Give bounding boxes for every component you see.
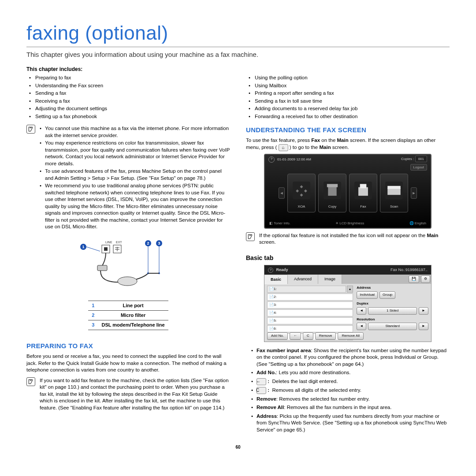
language[interactable]: 🌐 English	[409, 221, 426, 226]
removeall-button[interactable]: Remove All	[338, 332, 363, 340]
includes-list-left: Preparing to fax Understanding the Fax s…	[26, 74, 230, 120]
list-item: You may experience restrictions on color…	[40, 139, 230, 167]
section-preparing: PREPARING TO FAX	[26, 342, 230, 350]
list-item: Printing a report after sending a fax	[246, 89, 450, 97]
save-icon[interactable]: 💾	[409, 275, 419, 283]
fax-row[interactable]: 📄 1:	[267, 286, 346, 293]
includes-list-right: Using the polling option Using Mailbox P…	[246, 74, 450, 120]
svg-rect-6	[97, 265, 107, 271]
list-item: Adding documents to a reserved delay fax…	[246, 105, 450, 113]
svg-text:3: 3	[158, 241, 160, 245]
menu-card-xoa[interactable]: XOA	[287, 174, 316, 212]
duplex-value: 1 Sided	[368, 307, 417, 315]
backspace-button[interactable]: ←	[290, 332, 301, 340]
svg-rect-21	[387, 188, 400, 195]
chapter-intro: This chapter gives you information about…	[26, 51, 450, 58]
list-item: Understanding the Fax screen	[26, 82, 230, 90]
next-arrow-icon[interactable]: ►	[411, 187, 417, 199]
preparing-body: Before you send or receive a fax, you ne…	[26, 353, 230, 374]
duplex-next[interactable]: ►	[419, 307, 428, 315]
note-body: If you want to add fax feature to the ma…	[40, 377, 230, 412]
includes-label: This chapter includes:	[26, 66, 450, 72]
remove-button[interactable]: Remove	[315, 332, 336, 340]
diagram-ext-label: EXT	[116, 241, 122, 244]
list-item: Forwarding a received fax to other desti…	[246, 113, 450, 121]
tab-basic[interactable]: Basic	[264, 275, 288, 284]
wiring-diagram: 1 LINE EXT 2	[26, 236, 230, 336]
res-prev[interactable]: ◄	[357, 323, 366, 330]
svg-line-2	[86, 247, 100, 251]
list-item: Preparing to fax	[26, 74, 230, 82]
diagram-legend: 1Line port 2Micro filter 3DSL modem/Tele…	[88, 301, 168, 330]
svg-rect-22	[387, 186, 400, 189]
fax-row[interactable]: 📄 4:	[267, 309, 353, 316]
list-item: Setting up a fax phonebook	[26, 113, 230, 121]
understanding-lead: To use the fax feature, press Fax on the…	[246, 137, 450, 151]
prev-arrow-icon[interactable]: ◄	[279, 187, 285, 199]
note-icon	[26, 377, 35, 386]
list-item: Adjusting the document settings	[26, 105, 230, 113]
scroll-up-icon[interactable]: ▴	[347, 286, 353, 293]
addno-button[interactable]: Add No.	[267, 332, 288, 340]
diagram-line-label: LINE	[105, 241, 112, 244]
fax-row[interactable]: 📄 6:	[267, 325, 353, 332]
group-button[interactable]: Group	[379, 291, 395, 299]
chapter-title: faxing (optional)	[26, 22, 450, 47]
clear-button[interactable]: C	[303, 332, 313, 340]
basic-tab-desc-list: Fax number input area: Shows the recipie…	[246, 346, 450, 435]
note-body: If the optional fax feature is not insta…	[259, 232, 450, 246]
menu-card-scan[interactable]: Scan	[380, 174, 408, 212]
individual-button[interactable]: Individual	[357, 291, 378, 299]
logout-button[interactable]: Logout	[410, 164, 427, 171]
svg-text:2: 2	[147, 241, 149, 245]
res-value: Standard	[368, 323, 417, 330]
list-item: You cannot use this machine as a fax via…	[40, 125, 230, 139]
clear-icon: C	[257, 387, 266, 394]
list-item: We recommend you to use traditional anal…	[40, 182, 230, 231]
subsection-basic-tab: Basic tab	[246, 254, 450, 262]
list-item: Receiving a fax	[26, 97, 230, 105]
fax-row[interactable]: 📄 3:	[267, 301, 353, 309]
list-item: Using Mailbox	[246, 82, 450, 90]
backspace-icon: ←	[257, 378, 266, 385]
menu-card-copy[interactable]: Copy	[318, 174, 346, 212]
main-screen-mock: ?01-01-2009 12:00 AM Copies : 001 Logout…	[264, 154, 431, 229]
home-icon: ⌂	[279, 144, 288, 151]
fax-row[interactable]: 📄 5:	[267, 317, 353, 324]
fax-basic-screen-mock: ? Ready Fax No.:919986197.. Basic Advanc…	[264, 265, 431, 342]
svg-rect-19	[358, 187, 368, 196]
list-item: Using the polling option	[246, 74, 450, 82]
svg-rect-17	[328, 186, 336, 196]
lcd-brightness[interactable]: ☀ LCD Brightness	[335, 221, 364, 226]
note-icon	[246, 232, 255, 241]
svg-rect-4	[104, 247, 108, 251]
section-understanding: UNDERSTANDING THE FAX SCREEN	[246, 126, 450, 134]
settings-icon[interactable]: ⚙	[421, 275, 430, 283]
svg-text:1: 1	[82, 245, 84, 249]
help-icon: ?	[268, 268, 273, 273]
list-item: To use advanced features of the fax, pre…	[40, 167, 230, 182]
page-number: 60	[26, 445, 450, 450]
fax-row[interactable]: 📄 2:	[267, 294, 353, 301]
svg-point-7	[118, 277, 137, 286]
svg-rect-20	[360, 184, 367, 188]
menu-card-fax[interactable]: Fax	[349, 174, 377, 212]
tab-image[interactable]: Image	[318, 275, 342, 284]
note-list: You cannot use this machine as a fax via…	[40, 125, 230, 231]
res-next[interactable]: ►	[419, 323, 428, 330]
tab-advanced[interactable]: Advanced	[288, 275, 318, 284]
list-item: Sending a fax	[26, 89, 230, 97]
duplex-prev[interactable]: ◄	[357, 307, 366, 315]
note-icon	[26, 125, 35, 134]
toner-info[interactable]: ◧ Toner Info.	[269, 221, 290, 226]
help-icon: ?	[268, 156, 275, 163]
svg-rect-18	[327, 184, 338, 187]
list-item: Sending a fax in toll save time	[246, 97, 450, 105]
